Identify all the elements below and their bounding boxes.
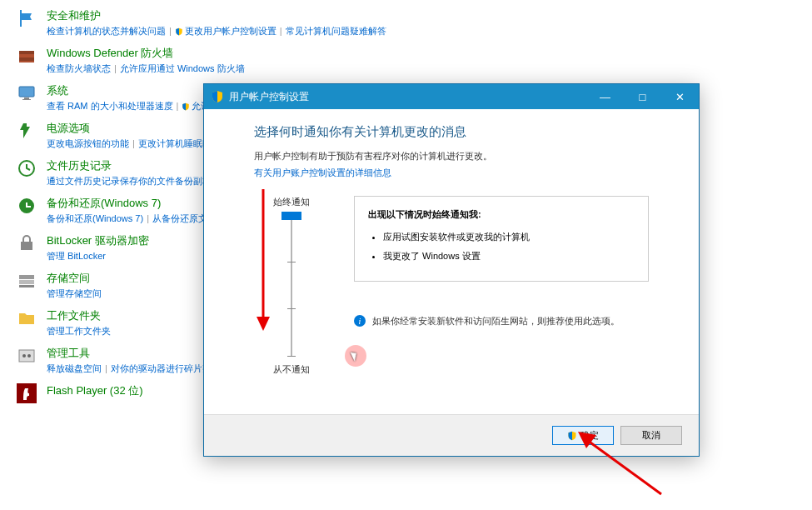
- svg-rect-2: [19, 58, 34, 61]
- recommendation-note: i 如果你经常安装新软件和访问陌生网站，则推荐使用此选项。: [354, 315, 649, 328]
- backup-icon: [17, 196, 37, 216]
- svg-rect-10: [19, 285, 34, 288]
- info-box: 出现以下情况时始终通知我: 应用试图安装软件或更改我的计算机 我更改了 Wind…: [354, 196, 649, 282]
- info-icon: i: [354, 315, 366, 327]
- cp-link[interactable]: 释放磁盘空间: [47, 363, 102, 373]
- cp-link[interactable]: 通过文件历史记录保存你的文件备份副本: [47, 176, 212, 186]
- cp-links: 检查计算机的状态并解决问题|更改用户帐户控制设置|常见计算机问题疑难解答: [47, 25, 795, 38]
- svg-rect-3: [19, 87, 34, 97]
- uac-slider[interactable]: [291, 215, 292, 357]
- info-box-list: 应用试图安装软件或更改我的计算机 我更改了 Windows 设置: [383, 231, 635, 262]
- slider-label-top: 始终通知: [273, 196, 310, 208]
- dialog-titlebar[interactable]: 用户帐户控制设置 — □ ✕: [204, 84, 699, 109]
- bitlocker-icon: [17, 233, 37, 253]
- flag-icon: [17, 8, 37, 28]
- cp-link[interactable]: 检查防火墙状态: [47, 63, 111, 73]
- system-icon: [17, 83, 37, 103]
- maximize-button[interactable]: □: [624, 84, 661, 109]
- firewall-icon: [17, 46, 37, 66]
- shield-icon: [567, 431, 577, 441]
- svg-rect-4: [24, 98, 29, 99]
- minimize-button[interactable]: —: [586, 84, 624, 109]
- dialog-description: 用户帐户控制有助于预防有害程序对你的计算机进行更改。: [254, 150, 649, 162]
- svg-point-12: [22, 354, 26, 358]
- cp-link[interactable]: 更改电源按钮的功能: [47, 138, 129, 148]
- svg-rect-1: [19, 51, 34, 54]
- dialog-body: 选择何时通知你有关计算机更改的消息 用户帐户控制有助于预防有害程序对你的计算机进…: [204, 109, 699, 414]
- cancel-button[interactable]: 取消: [620, 426, 682, 445]
- flash-icon: [17, 383, 37, 403]
- help-link[interactable]: 有关用户账户控制设置的详细信息: [254, 168, 391, 178]
- slider-column: 始终通知 从不通知: [254, 196, 329, 376]
- power-icon: [17, 121, 37, 141]
- ok-label: 确定: [580, 429, 599, 442]
- cp-item: Windows Defender 防火墙检查防火墙状态|允许应用通过 Windo…: [17, 46, 795, 75]
- slider-area: 始终通知 从不通知 出现以下情况时始终通知我: 应用试图安装软件或更改我的计算机…: [254, 196, 649, 376]
- cancel-label: 取消: [642, 429, 660, 442]
- svg-rect-9: [19, 280, 34, 284]
- cp-link[interactable]: 允许应用通过 Windows 防火墙: [120, 63, 245, 73]
- close-button[interactable]: ✕: [661, 84, 699, 109]
- info-box-title: 出现以下情况时始终通知我:: [368, 208, 635, 221]
- cp-link[interactable]: 管理 BitLocker: [47, 251, 106, 261]
- dialog-footer: 确定 取消: [204, 414, 699, 456]
- svg-rect-5: [22, 99, 31, 100]
- cp-link[interactable]: 管理存储空间: [47, 288, 102, 298]
- admin-icon: [17, 346, 37, 366]
- cp-link[interactable]: 查看 RAM 的大小和处理器速度: [47, 101, 173, 111]
- workfolder-icon: [17, 308, 37, 328]
- info-item: 应用试图安装软件或更改我的计算机: [383, 231, 635, 243]
- dialog-title: 用户帐户控制设置: [229, 90, 586, 104]
- cp-title[interactable]: Windows Defender 防火墙: [47, 46, 795, 61]
- cp-item: 安全和维护检查计算机的状态并解决问题|更改用户帐户控制设置|常见计算机问题疑难解…: [17, 8, 795, 38]
- svg-rect-8: [19, 275, 34, 279]
- cp-link[interactable]: 备份和还原(Windows 7): [47, 213, 143, 223]
- cp-links: 检查防火墙状态|允许应用通过 Windows 防火墙: [47, 62, 795, 75]
- svg-rect-7: [21, 242, 32, 250]
- storage-icon: [17, 271, 37, 291]
- dialog-heading: 选择何时通知你有关计算机更改的消息: [254, 124, 649, 140]
- slider-label-bottom: 从不通知: [273, 363, 310, 376]
- info-column: 出现以下情况时始终通知我: 应用试图安装软件或更改我的计算机 我更改了 Wind…: [354, 196, 649, 376]
- shield-icon: [211, 90, 224, 103]
- ok-button[interactable]: 确定: [552, 426, 614, 445]
- note-text: 如果你经常安装新软件和访问陌生网站，则推荐使用此选项。: [372, 315, 620, 328]
- cp-title[interactable]: 安全和维护: [47, 8, 795, 23]
- cp-link[interactable]: 检查计算机的状态并解决问题: [47, 26, 166, 36]
- history-icon: [17, 158, 37, 178]
- svg-point-13: [27, 354, 31, 358]
- cp-link[interactable]: 常见计算机问题疑难解答: [286, 26, 386, 36]
- cp-link[interactable]: 管理工作文件夹: [47, 326, 111, 336]
- info-item: 我更改了 Windows 设置: [383, 250, 635, 262]
- window-controls: — □ ✕: [586, 84, 699, 109]
- svg-rect-11: [19, 350, 34, 362]
- cp-link[interactable]: 更改用户帐户控制设置: [185, 26, 276, 36]
- slider-thumb[interactable]: [281, 212, 301, 220]
- uac-dialog: 用户帐户控制设置 — □ ✕ 选择何时通知你有关计算机更改的消息 用户帐户控制有…: [203, 83, 700, 457]
